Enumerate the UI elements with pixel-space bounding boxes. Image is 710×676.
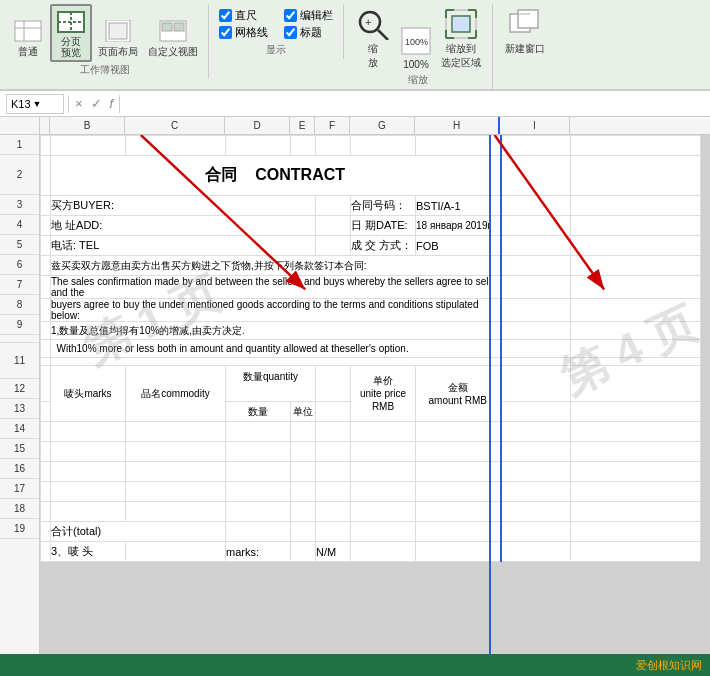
cell-c13[interactable] [126,422,226,442]
cell-j4[interactable] [571,216,701,236]
cell-j11[interactable] [571,366,701,402]
cell-j13[interactable] [571,422,701,442]
col-header-F[interactable]: F [315,117,350,134]
cell-i13[interactable] [501,422,571,442]
cell-g17[interactable] [351,502,416,522]
cell-g13[interactable] [351,422,416,442]
zoom-fit-button[interactable]: 缩放到选定区域 [438,4,484,72]
cell-b19-label[interactable]: 3、唛 头 [51,542,126,562]
layout-button[interactable]: 页面布局 [94,14,142,62]
cell-b7b-text[interactable]: buyers agree to buy the under mentioned … [51,299,501,322]
cell-b3-buyer[interactable]: 买方BUYER: [51,196,316,216]
cell-c1[interactable] [126,136,226,156]
cell-h16[interactable] [416,482,501,502]
cell-f16[interactable] [316,482,351,502]
cell-b13[interactable] [51,422,126,442]
cell-j12[interactable] [571,402,701,422]
cell-g3-label[interactable]: 合同号码： [351,196,416,216]
cell-f11[interactable] [316,366,351,402]
editbar-checkbox[interactable] [284,9,297,22]
cell-b6-text[interactable]: 兹买卖双方愿意由卖方出售买方购进之下货物,并按下列条款签订本合同: [51,256,501,276]
cell-i8[interactable] [501,322,571,340]
cell-d12-qty[interactable]: 数量 [226,402,291,422]
zoom-100-button[interactable]: 100% 100% [397,21,435,72]
cell-i7b[interactable] [501,299,571,322]
cell-j15[interactable] [571,462,701,482]
cell-b18-total[interactable]: 合计(total) [51,522,226,542]
cell-b1[interactable] [51,136,126,156]
cell-d19-marks[interactable]: marks: [226,542,291,562]
col-header-D[interactable]: D [225,117,290,134]
cell-i2[interactable] [501,156,571,196]
cell-b4-addr[interactable]: 地 址ADD: [51,216,316,236]
cell-c15[interactable] [126,462,226,482]
cell-e13[interactable] [291,422,316,442]
cell-i10[interactable] [501,358,571,366]
cell-g18[interactable] [351,522,416,542]
cell-f5[interactable] [316,236,351,256]
cell-f18[interactable] [316,522,351,542]
cell-j5[interactable] [571,236,701,256]
cell-i4[interactable] [501,216,571,236]
cell-d1[interactable] [226,136,291,156]
cancel-button[interactable]: × [73,96,85,111]
pagebreak-button[interactable]: 分页预览 [50,4,92,62]
cell-b2-title[interactable]: 合同 CONTRACT [51,156,501,196]
cell-c17[interactable] [126,502,226,522]
cell-j16[interactable] [571,482,701,502]
cell-g1[interactable] [351,136,416,156]
custom-view-button[interactable]: 自定义视图 [144,14,202,62]
cell-e17[interactable] [291,502,316,522]
cell-i16[interactable] [501,482,571,502]
cell-d13[interactable] [226,422,291,442]
cell-j17[interactable] [571,502,701,522]
cell-j7a[interactable] [571,276,701,299]
cell-c16[interactable] [126,482,226,502]
cell-c19[interactable] [126,542,226,562]
col-header-G[interactable]: G [350,117,415,134]
cell-i3[interactable] [501,196,571,216]
cell-b9-text[interactable]: With10% more or less both in amount and … [51,340,501,358]
cell-g11-price[interactable]: 单价unite priceRMB [351,366,416,422]
cell-i6[interactable] [501,256,571,276]
cell-i12[interactable] [501,402,571,422]
cell-d11-quantity[interactable]: 数量quantity [226,366,316,402]
cell-h11-amount[interactable]: 金额amount RMB [416,366,501,422]
cell-g16[interactable] [351,482,416,502]
cell-j8[interactable] [571,322,701,340]
cell-i17[interactable] [501,502,571,522]
cell-j19[interactable] [571,542,701,562]
cell-e1[interactable] [291,136,316,156]
cell-g5-label[interactable]: 成 交 方式： [351,236,416,256]
new-window-button[interactable]: 新建窗口 [501,4,549,58]
cell-j18[interactable] [571,522,701,542]
cell-f1[interactable] [316,136,351,156]
cell-j3[interactable] [571,196,701,216]
cell-j10[interactable] [571,358,701,366]
cell-i15[interactable] [501,462,571,482]
cell-b14[interactable] [51,442,126,462]
cell-i18[interactable] [501,522,571,542]
cell-f14[interactable] [316,442,351,462]
cell-b10[interactable] [51,358,501,366]
gridlines-checkbox[interactable] [219,26,232,39]
col-header-E[interactable]: E [290,117,315,134]
zoom-button[interactable]: + 缩放 [352,4,394,72]
cell-d15[interactable] [226,462,291,482]
cell-f17[interactable] [316,502,351,522]
cell-b8-text[interactable]: 1,数量及总值均得有10%的增减,由卖方决定. [51,322,501,340]
cell-g4-label[interactable]: 日 期DATE: [351,216,416,236]
editbar-checkbox-label[interactable]: 编辑栏 [284,8,333,23]
col-header-I[interactable]: I [500,117,570,134]
cell-e16[interactable] [291,482,316,502]
cell-g15[interactable] [351,462,416,482]
cell-h5-value[interactable]: FOB [416,236,501,256]
headings-checkbox-label[interactable]: 标题 [284,25,333,40]
cell-e19[interactable] [291,542,316,562]
formula-input[interactable] [124,97,704,111]
cell-j6[interactable] [571,256,701,276]
cell-d18[interactable] [226,522,291,542]
cell-i7a[interactable] [501,276,571,299]
cell-h3-value[interactable]: BSTI/A-1 [416,196,501,216]
cell-b7a-text[interactable]: The sales confirmation made by and betwe… [51,276,501,299]
